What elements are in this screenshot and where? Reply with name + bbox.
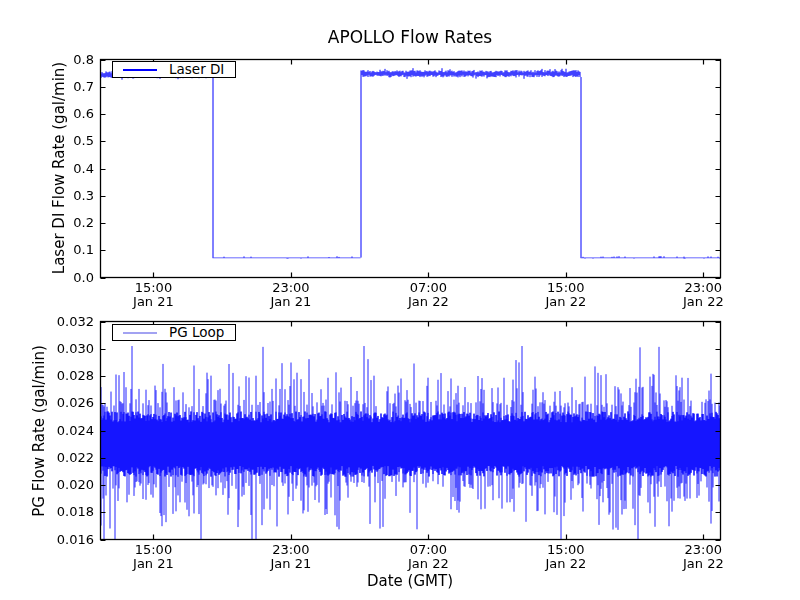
x-tick-label: 23:00Jan 22 — [655, 281, 751, 309]
y-tick-label: 0.2 — [0, 214, 94, 232]
chart-title: APOLLO Flow Rates — [110, 27, 710, 47]
y-tick-label: 0.026 — [0, 394, 94, 412]
x-tick-label: 23:00Jan 22 — [655, 543, 751, 571]
y-tick-label: 0.6 — [0, 105, 94, 123]
y-tick-label: 0.5 — [0, 132, 94, 150]
legend-laser-di: Laser DI — [112, 61, 236, 78]
y-tick-label: 0.1 — [0, 241, 94, 259]
x-tick-label: 15:00Jan 22 — [518, 281, 614, 309]
x-tick-label: 15:00Jan 21 — [105, 281, 201, 309]
y-tick-label: 0.0 — [0, 269, 94, 287]
x-axis-label: Date (GMT) — [110, 572, 710, 590]
x-tick-label: 23:00Jan 21 — [243, 281, 339, 309]
x-tick-label: 15:00Jan 22 — [518, 543, 614, 571]
x-tick-label: 23:00Jan 21 — [243, 543, 339, 571]
legend-line-laser-di-icon — [123, 69, 157, 71]
y-tick-label: 0.030 — [0, 340, 94, 358]
figure: APOLLO Flow Rates Laser DI Flow Rate (ga… — [0, 0, 800, 600]
y-tick-label: 0.7 — [0, 78, 94, 96]
x-tick-label: 07:00Jan 22 — [380, 281, 476, 309]
y-tick-label: 0.8 — [0, 51, 94, 69]
y-tick-label: 0.032 — [0, 313, 94, 331]
y-tick-label: 0.020 — [0, 476, 94, 494]
y-tick-label: 0.4 — [0, 160, 94, 178]
x-tick-label: 15:00Jan 21 — [105, 543, 201, 571]
y-tick-label: 0.022 — [0, 449, 94, 467]
x-tick-label: 07:00Jan 22 — [380, 543, 476, 571]
legend-line-pg-loop-icon — [123, 332, 157, 334]
y-tick-label: 0.016 — [0, 531, 94, 549]
y-tick-label: 0.028 — [0, 367, 94, 385]
legend-label-pg-loop: PG Loop — [169, 325, 224, 340]
y-tick-label: 0.3 — [0, 187, 94, 205]
y-tick-label: 0.018 — [0, 503, 94, 521]
legend-pg-loop: PG Loop — [112, 324, 236, 341]
legend-label-laser-di: Laser DI — [169, 62, 224, 77]
y-tick-label: 0.024 — [0, 422, 94, 440]
